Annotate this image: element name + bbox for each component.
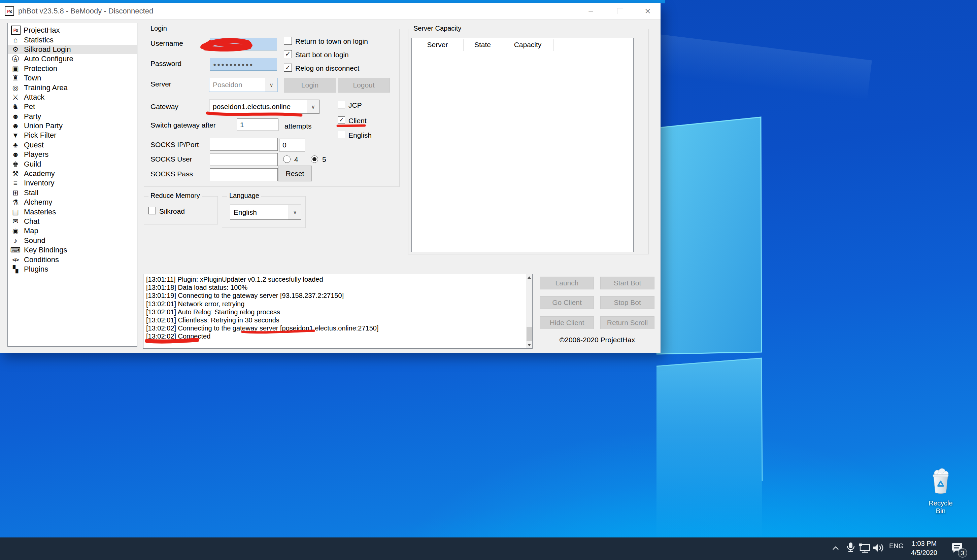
socks5-radio[interactable]: [311, 155, 318, 163]
column-header-capacity[interactable]: Capacity: [502, 38, 554, 52]
sidebar-item-party[interactable]: ☻Party: [8, 112, 137, 121]
jcp-checkbox[interactable]: [338, 101, 345, 108]
server-dropdown[interactable]: Poseidon ∨: [209, 78, 278, 92]
password-field[interactable]: ●●●●●●●●●●: [210, 58, 277, 71]
column-header-state[interactable]: State: [463, 38, 502, 52]
log-line: [13:02:02] Connected: [146, 332, 525, 340]
start-bot-button[interactable]: Start Bot: [600, 277, 655, 289]
sidebar-item-conditions[interactable]: </>Conditions: [8, 255, 137, 264]
crown-icon: ♚: [10, 160, 21, 168]
sidebar-item-protection[interactable]: ▣Protection: [8, 64, 137, 73]
sidebar-item-town[interactable]: ♜Town: [8, 73, 137, 83]
sidebar-item-attack[interactable]: ⚔Attack: [8, 93, 137, 102]
go-client-button[interactable]: Go Client: [540, 296, 594, 309]
gateway-dropdown[interactable]: poseidon1.electus.online ∨: [209, 100, 320, 114]
server-label: Server: [150, 80, 172, 88]
phbot-window: Px phBot v23.5.8 - BeMoody - Disconnecte…: [0, 3, 660, 353]
sidebar-item-pick-filter[interactable]: ▼Pick Filter: [8, 131, 137, 140]
sidebar-item-masteries[interactable]: ▤Masteries: [8, 207, 137, 217]
sidebar-item-key-bindings[interactable]: ⌨Key Bindings: [8, 245, 137, 255]
logout-button[interactable]: Logout: [338, 78, 390, 93]
warehouse-icon: ⌂: [10, 36, 21, 44]
scrollbar-thumb[interactable]: [527, 327, 532, 341]
chevron-down-icon: ∨: [265, 78, 277, 92]
column-header-server[interactable]: Server: [412, 38, 463, 52]
sidebar-item-union-party[interactable]: ☻Union Party: [8, 121, 137, 131]
start-bot-checkbox[interactable]: ✓: [284, 50, 292, 58]
tray-time: 1:03 PM: [905, 539, 943, 548]
log-scrollbar[interactable]: [526, 274, 532, 348]
socks4-radio[interactable]: [283, 155, 290, 163]
town-building-icon: ♜: [10, 74, 21, 82]
sidebar-item-quest[interactable]: ♣Quest: [8, 140, 137, 150]
jcp-label: JCP: [348, 101, 362, 109]
sidebar-item-projecthax[interactable]: Px ProjectHax: [8, 25, 137, 35]
sidebar-item-sound[interactable]: ♪Sound: [8, 236, 137, 245]
socks-pass-field[interactable]: [210, 168, 278, 181]
sidebar-item-players[interactable]: ☻Players: [8, 150, 137, 159]
tray-network-icon[interactable]: [858, 543, 873, 554]
reset-button[interactable]: Reset: [278, 165, 312, 182]
chevron-down-icon: ∨: [288, 205, 301, 219]
return-scroll-button[interactable]: Return Scroll: [600, 316, 655, 329]
socks4-label: 4: [294, 155, 298, 163]
socks-user-field[interactable]: [210, 153, 278, 166]
username-field[interactable]: [210, 38, 277, 50]
sidebar-item-academy[interactable]: ⚒Academy: [8, 169, 137, 178]
socks-port-field[interactable]: 0: [279, 138, 305, 152]
sidebar-item-silkroad-login[interactable]: ⚙Silkroad Login: [8, 45, 137, 54]
relog-checkbox[interactable]: ✓: [284, 63, 292, 72]
log-line: [13:02:01] Network error, retrying: [146, 300, 525, 308]
login-button[interactable]: Login: [284, 78, 336, 93]
tray-speaker-icon[interactable]: [872, 542, 887, 555]
phbot-app-icon: Px: [5, 7, 14, 16]
silkroad-checkbox[interactable]: [148, 207, 156, 214]
reduce-memory-label: Reduce Memory: [148, 192, 202, 200]
scroll-down-button[interactable]: [526, 342, 532, 348]
close-button[interactable]: ×: [637, 3, 658, 19]
hide-client-button[interactable]: Hide Client: [540, 316, 594, 329]
switch-gateway-input[interactable]: 1: [237, 118, 278, 131]
scroll-up-button[interactable]: [526, 274, 532, 281]
sidebar-item-auto-configure[interactable]: ⒶAuto Configure: [8, 54, 137, 63]
username-label: Username: [150, 39, 183, 47]
recycle-bin[interactable]: Recycle Bin: [923, 467, 958, 515]
return-to-town-checkbox[interactable]: [284, 37, 292, 45]
socks-ip-label: SOCKS IP/Port: [150, 141, 199, 149]
sidebar-item-guild[interactable]: ♚Guild: [8, 159, 137, 168]
gateway-value: poseidon1.electus.online: [209, 103, 307, 111]
tray-language-label[interactable]: ENG: [889, 542, 904, 550]
maximize-button[interactable]: [610, 3, 630, 19]
server-capacity-label: Server Capacity: [412, 25, 463, 32]
server-capacity-table[interactable]: Server State Capacity: [412, 38, 634, 252]
sidebar-item-stall[interactable]: ⊞Stall: [8, 188, 137, 198]
log-line: [13:02:02] Connecting to the gateway ser…: [146, 324, 525, 332]
launch-button[interactable]: Launch: [540, 277, 594, 289]
sidebar-item-plugins[interactable]: ▚Plugins: [8, 265, 137, 274]
sidebar-item-training-area[interactable]: ◎Training Area: [8, 83, 137, 92]
language-dropdown[interactable]: English ∨: [230, 205, 301, 220]
log-lines: [13:01:11] Plugin: xPluginUpdater v0.1.2…: [146, 275, 525, 341]
sidebar-item-pet[interactable]: ♞Pet: [8, 102, 137, 112]
sidebar-item-alchemy[interactable]: ⚗Alchemy: [8, 198, 137, 207]
sidebar-item-map[interactable]: ◉Map: [8, 226, 137, 235]
stall-icon: ⊞: [10, 189, 21, 197]
sidebar-item-statistics[interactable]: ⌂Statistics: [8, 35, 137, 45]
bell-icon: ♪: [10, 237, 21, 245]
sidebar-item-inventory[interactable]: ≡Inventory: [8, 178, 137, 188]
log-line: [13:01:11] Plugin: xPluginUpdater v0.1.2…: [146, 275, 525, 283]
maximize-icon: [617, 8, 623, 14]
log-output[interactable]: [13:01:11] Plugin: xPluginUpdater v0.1.2…: [143, 274, 533, 348]
switch-gateway-value: 1: [240, 121, 244, 129]
tray-microphone-icon[interactable]: [845, 542, 857, 555]
tray-notification-icon[interactable]: 3: [951, 542, 968, 558]
socks-ip-field[interactable]: [210, 138, 278, 151]
stop-bot-button[interactable]: Stop Bot: [600, 296, 655, 309]
password-dots: ●●●●●●●●●●: [213, 62, 254, 67]
sidebar-item-chat[interactable]: ✉Chat: [8, 217, 137, 226]
minimize-button[interactable]: –: [581, 3, 601, 19]
tray-chevron-up-icon[interactable]: [831, 544, 840, 553]
tray-clock[interactable]: 1:03 PM 4/5/2020: [905, 539, 943, 557]
english-checkbox[interactable]: [338, 131, 345, 138]
client-checkbox[interactable]: ✓: [338, 117, 345, 124]
